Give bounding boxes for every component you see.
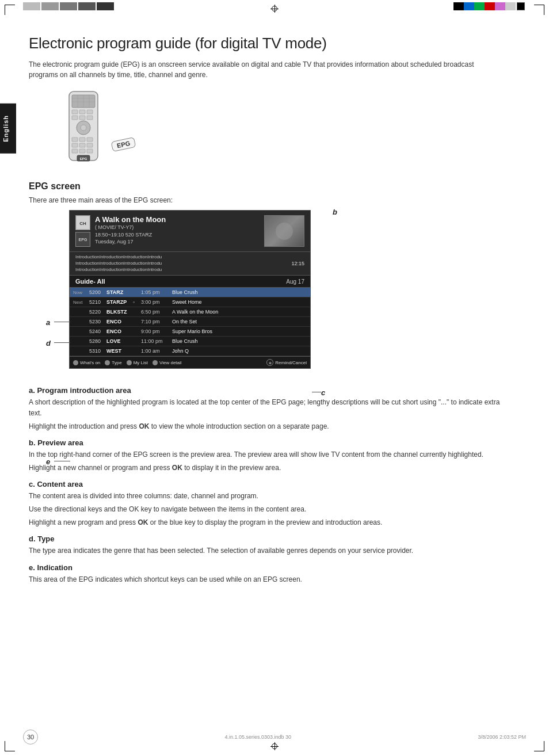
- epg-row-num-2: 5210: [89, 299, 106, 305]
- section-d: d. Type The type area indicates the genr…: [29, 534, 501, 556]
- epg-screen: CH EPG A Walk on the Moon ( MOVIE/ TV-Y7…: [69, 210, 311, 369]
- epg-row-program-4: On the Set: [172, 319, 307, 324]
- epg-row-program-1: Blue Crush: [172, 289, 307, 295]
- epg-btn-label-remind-cancel: Remind/Cancel: [275, 360, 307, 365]
- epg-btn-type: Type: [105, 360, 121, 365]
- epg-intro-line1: IntroductionIntroductionIntroductionIntr…: [75, 254, 162, 261]
- epg-bottom-bar: What's on Type My List View detail ⊕ Rem…: [70, 356, 310, 368]
- section-a-para-1: A short description of the highlighted p…: [29, 397, 501, 418]
- footer-filename: 4.in.1.05.series.0303.indb 30: [224, 734, 291, 740]
- epg-btn-label-view-detail: View detail: [159, 360, 182, 365]
- epg-btn-my-list: My List: [127, 360, 148, 365]
- epg-row-name-4: ENCO: [106, 319, 133, 324]
- svg-rect-19: [79, 143, 85, 147]
- epg-row-time-3: 6:50 pm: [141, 309, 172, 315]
- epg-row-type-1: Now: [73, 290, 89, 295]
- epg-top-bar: CH EPG A Walk on the Moon ( MOVIE/ TV-Y7…: [70, 211, 310, 252]
- epg-row-time-5: 9:00 pm: [141, 329, 172, 334]
- epg-preview-area: [264, 215, 304, 247]
- epg-intro-time: 12:15: [291, 261, 304, 266]
- corner-mark-tr: [534, 5, 544, 15]
- epg-channel-list: Now 5200 STARZ 1:05 pm Blue Crush Next 5…: [70, 288, 310, 356]
- svg-rect-15: [72, 138, 78, 142]
- epg-row-program-6: Blue Crush: [172, 338, 307, 344]
- gray-block-2: [41, 2, 59, 10]
- section-c-para-2: Use the directional keys and the OK key …: [29, 504, 501, 515]
- section-b-para-1: In the top right-hand corner of the EPG …: [29, 449, 501, 460]
- epg-intro-text: IntroductionIntroductionIntroductionIntr…: [75, 254, 162, 273]
- epg-program-title: A Walk on the Moon: [95, 215, 260, 224]
- epg-guide-date: Aug 17: [286, 278, 304, 285]
- epg-epg-icon: EPG: [75, 232, 90, 247]
- epg-channel-row-6: 5280 LOVE 11:00 pm Blue Crush: [70, 337, 310, 346]
- epg-btn-dot-view-detail: [152, 360, 158, 365]
- svg-text:EPG: EPG: [80, 157, 87, 161]
- epg-channel-row-next: Next 5210 STARZP ◦ 3:00 pm Sweet Home: [70, 297, 310, 307]
- epg-channel-row-4: 5230 ENCO 7:10 pm On the Set: [70, 317, 310, 327]
- svg-rect-8: [79, 110, 85, 114]
- top-registration: [270, 3, 279, 13]
- svg-rect-17: [87, 138, 93, 142]
- epg-row-num-5: 5240: [89, 329, 106, 334]
- epg-btn-label-my-list: My List: [134, 360, 148, 365]
- epg-screen-heading: EPG screen: [29, 181, 532, 192]
- section-b: b. Preview area In the top right-hand co…: [29, 438, 501, 473]
- epg-row-time-1: 1:05 pm: [141, 289, 172, 295]
- epg-intro-area: IntroductionIntroductionIntroductionIntr…: [70, 252, 310, 276]
- epg-program-time-channel: 18:50~19:10 520 STARZ: [95, 231, 260, 239]
- section-c: c. Content area The content area is divi…: [29, 480, 501, 528]
- diagram-line-e: [54, 461, 70, 461]
- section-d-heading: d. Type: [29, 534, 501, 543]
- svg-rect-21: [72, 149, 78, 153]
- section-a-heading: a. Program introduction area: [29, 386, 501, 395]
- section-a: a. Program introduction area A short des…: [29, 386, 501, 432]
- section-c-para-3: Highlight a new program and press OK or …: [29, 517, 501, 528]
- epg-row-num-4: 5230: [89, 319, 106, 324]
- diagram-line-d: [54, 342, 70, 343]
- gray-block-4: [78, 2, 96, 10]
- intro-text: The electronic program guide (EPG) is an…: [29, 59, 501, 80]
- epg-btn-remind-icon: ⊕: [266, 359, 273, 366]
- color-bar-black: [453, 2, 464, 10]
- epg-row-name-2: STARZP: [106, 299, 133, 305]
- epg-program-genre: ( MOVIE/ TV-Y7): [95, 224, 260, 231]
- epg-guide-bar: Guide- All Aug 17: [70, 276, 310, 288]
- corner-mark-tl: [5, 5, 15, 15]
- section-c-heading: c. Content area: [29, 480, 501, 488]
- remote-area: EPG EPG: [63, 90, 104, 167]
- epg-row-name-5: ENCO: [106, 329, 133, 334]
- epg-row-type-2: Next: [73, 300, 89, 305]
- epg-program-date: Tuesday, Aug 17: [95, 238, 260, 246]
- svg-rect-12: [87, 116, 93, 120]
- svg-rect-20: [87, 143, 93, 147]
- gray-block-1: [23, 2, 40, 10]
- reg-crosshair: [270, 5, 279, 13]
- section-e-para-1: This area of the EPG indicates which sho…: [29, 574, 501, 585]
- epg-btn-dot-type: [105, 360, 110, 365]
- epg-row-num-1: 5200: [89, 289, 106, 295]
- color-bar-green: [474, 2, 485, 10]
- epg-guide-title: Guide- All: [75, 278, 105, 285]
- sidebar-english-label: English: [0, 104, 16, 154]
- section-c-para-1: The content area is divided into three c…: [29, 491, 501, 502]
- color-bar-gray: [505, 2, 516, 10]
- diagram-line-c: [312, 392, 321, 392]
- epg-diagram-wrapper: b CH EPG A Walk on the Moon: [46, 210, 532, 369]
- svg-rect-16: [79, 138, 85, 142]
- color-bar-blue: [464, 2, 474, 10]
- epg-row-num-3: 5220: [89, 309, 106, 315]
- epg-row-time-7: 1:00 am: [141, 348, 172, 354]
- epg-row-name-6: LOVE: [106, 338, 133, 344]
- epg-program-info: A Walk on the Moon ( MOVIE/ TV-Y7) 18:50…: [95, 215, 260, 247]
- epg-channel-row-5: 5240 ENCO 9:00 pm Super Mario Bros: [70, 327, 310, 337]
- epg-row-time-6: 11:00 pm: [141, 338, 172, 344]
- epg-btn-view-detail: View detail: [152, 360, 182, 365]
- diagram-label-e: e: [46, 457, 50, 466]
- diagram-label-a: a: [46, 318, 50, 327]
- diagram-label-b: b: [333, 208, 337, 216]
- section-a-para-2: Highlight the introduction and press OK …: [29, 421, 501, 432]
- color-bar-red: [485, 2, 495, 10]
- epg-btn-dot-my-list: [127, 360, 132, 365]
- svg-rect-18: [72, 143, 78, 147]
- epg-row-icon-2: ◦: [133, 299, 141, 305]
